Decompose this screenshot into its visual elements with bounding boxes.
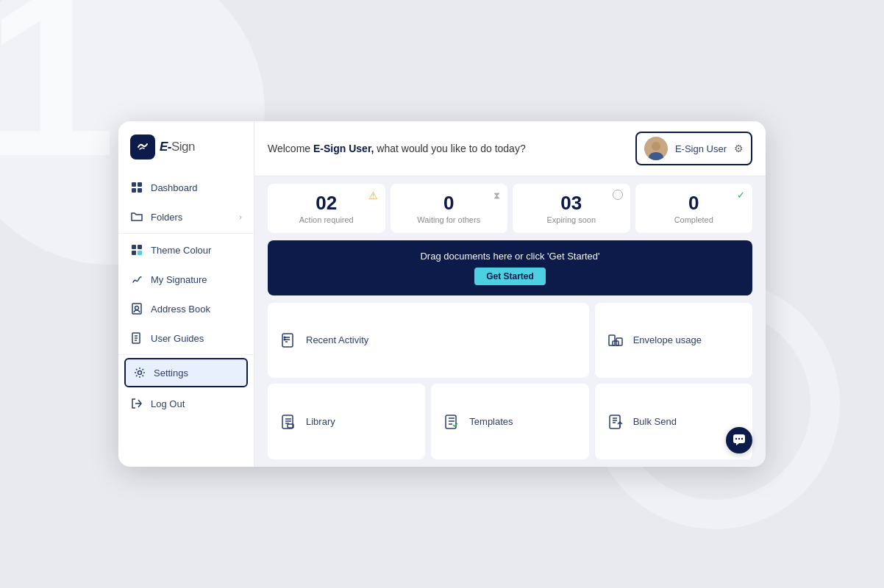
svg-rect-19: [616, 338, 622, 345]
sidebar-item-address-book[interactable]: Address Book: [118, 294, 254, 323]
cta-banner: Drag documents here or click 'Get Starte…: [268, 240, 752, 295]
quick-links-grid: Recent Activity Envelope usage: [254, 295, 766, 467]
chevron-right-icon: ›: [239, 212, 242, 221]
sidebar-item-label: Log Out: [151, 398, 185, 409]
dashboard-icon: [130, 181, 143, 194]
sidebar: E-Sign Dashboard: [118, 121, 254, 467]
templates-icon: [441, 412, 462, 432]
logo-icon: [130, 135, 155, 159]
stats-row: ⚠ 02 Action required ⧗ 0 Waiting for oth…: [254, 176, 766, 240]
sidebar-item-label: My Signature: [151, 274, 207, 285]
user-guides-icon: [130, 331, 143, 345]
svg-point-13: [652, 142, 660, 151]
svg-rect-24: [610, 415, 620, 429]
welcome-user-bold: E-Sign User,: [313, 143, 374, 154]
svg-point-26: [735, 438, 737, 440]
svg-rect-6: [132, 251, 136, 255]
address-book-icon: [130, 302, 143, 315]
gear-icon[interactable]: ⚙: [734, 143, 744, 154]
sidebar-item-label: Folders: [151, 212, 182, 223]
svg-rect-4: [132, 245, 136, 249]
svg-point-17: [284, 339, 285, 340]
stat-number-expiring: 03: [560, 193, 582, 214]
svg-rect-20: [613, 341, 619, 345]
nav-divider: [118, 233, 254, 234]
stat-card-completed[interactable]: ✓ 0 Completed: [635, 184, 753, 233]
logout-icon: [130, 397, 143, 410]
nav-divider-2: [118, 354, 254, 355]
svg-rect-1: [138, 182, 142, 187]
quick-link-label: Templates: [469, 416, 513, 427]
stat-number-action: 02: [316, 193, 337, 214]
svg-point-16: [284, 337, 285, 338]
svg-rect-2: [132, 188, 136, 193]
completed-indicator: ✓: [737, 190, 745, 201]
stat-card-action-required[interactable]: ⚠ 02 Action required: [268, 184, 385, 233]
library-icon: [278, 412, 299, 432]
sidebar-item-settings[interactable]: Settings: [124, 358, 248, 387]
app-container: E-Sign Dashboard: [118, 121, 766, 467]
envelope-usage-icon: [605, 330, 626, 351]
svg-point-11: [138, 371, 142, 375]
sidebar-item-label: Theme Colour: [151, 245, 211, 256]
user-name: E-Sign User: [675, 143, 727, 154]
chat-fab[interactable]: [726, 427, 752, 453]
stat-label-completed: Completed: [674, 215, 713, 224]
signature-icon: [130, 273, 143, 286]
expiring-indicator: [613, 190, 623, 200]
bulk-send-icon: [605, 412, 626, 432]
action-required-indicator: ⚠: [368, 190, 378, 201]
quick-link-label: Library: [306, 416, 335, 427]
waiting-indicator: ⧗: [493, 190, 500, 201]
svg-point-28: [741, 438, 743, 440]
sidebar-item-theme-colour[interactable]: Theme Colour: [118, 235, 254, 265]
bg-number: 1: [0, 0, 116, 191]
theme-icon: [130, 243, 143, 257]
quick-link-recent-activity[interactable]: Recent Activity: [268, 303, 589, 379]
sidebar-item-user-guides[interactable]: User Guides: [118, 323, 254, 353]
quick-link-label: Envelope usage: [633, 334, 702, 345]
stat-label-waiting: Waiting for others: [417, 215, 480, 224]
stat-label-expiring: Expiring soon: [546, 215, 596, 224]
svg-rect-5: [138, 245, 142, 249]
quick-link-label: Bulk Send: [633, 416, 677, 427]
stat-number-waiting: 0: [443, 193, 454, 214]
sidebar-item-folders[interactable]: Folders ›: [118, 202, 254, 232]
svg-rect-0: [132, 182, 136, 187]
svg-point-9: [135, 306, 139, 310]
quick-link-envelope-usage[interactable]: Envelope usage: [595, 303, 752, 379]
sidebar-nav: Dashboard Folders ›: [118, 170, 254, 467]
svg-rect-7: [138, 251, 142, 255]
folders-icon: [130, 210, 143, 223]
sidebar-item-label: User Guides: [151, 333, 204, 344]
settings-icon: [133, 366, 146, 379]
stat-card-waiting[interactable]: ⧗ 0 Waiting for others: [391, 184, 508, 233]
sidebar-item-log-out[interactable]: Log Out: [118, 389, 254, 418]
recent-activity-icon: [278, 330, 299, 351]
get-started-button[interactable]: Get Started: [474, 268, 546, 285]
svg-point-27: [738, 438, 740, 440]
cta-text: Drag documents here or click 'Get Starte…: [420, 251, 599, 262]
avatar: [644, 137, 668, 160]
main-content: Welcome E-Sign User, what would you like…: [254, 121, 766, 467]
sidebar-item-dashboard[interactable]: Dashboard: [118, 173, 254, 202]
quick-link-library[interactable]: Library: [268, 384, 425, 459]
sidebar-logo: E-Sign: [118, 121, 254, 170]
sidebar-item-label: Settings: [154, 368, 188, 379]
sidebar-item-label: Dashboard: [151, 182, 198, 193]
sidebar-item-my-signature[interactable]: My Signature: [118, 265, 254, 294]
svg-rect-18: [609, 335, 615, 345]
sidebar-item-label: Address Book: [151, 304, 210, 315]
user-profile[interactable]: E-Sign User ⚙: [635, 132, 752, 165]
stat-card-expiring[interactable]: 03 Expiring soon: [513, 184, 630, 233]
stat-number-completed: 0: [688, 193, 699, 214]
quick-link-label: Recent Activity: [306, 334, 368, 345]
quick-link-templates[interactable]: Templates: [431, 384, 588, 459]
welcome-suffix: what would you like to do today?: [374, 143, 525, 154]
svg-rect-3: [138, 188, 142, 193]
stat-label-action: Action required: [299, 215, 354, 224]
logo-text: E-Sign: [160, 140, 195, 154]
main-header: Welcome E-Sign User, what would you like…: [254, 121, 766, 176]
welcome-text: Welcome E-Sign User, what would you like…: [268, 143, 526, 154]
welcome-prefix: Welcome: [268, 143, 313, 154]
